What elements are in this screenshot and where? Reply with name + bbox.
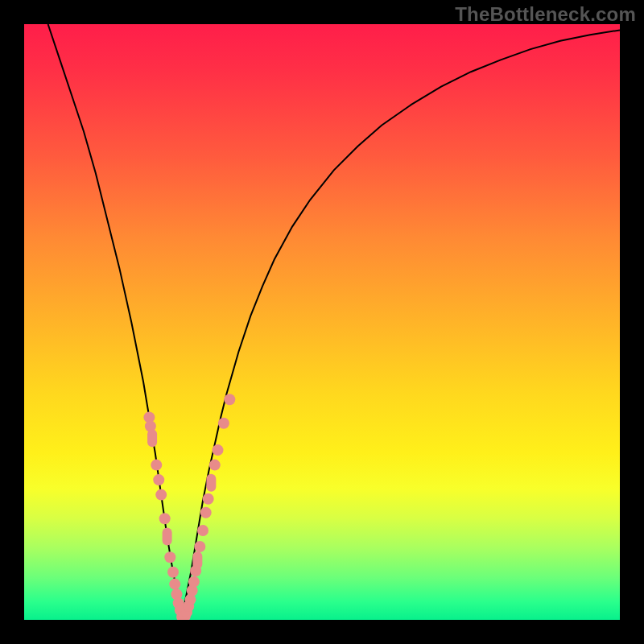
bottleneck-curve: [48, 24, 620, 617]
data-point: [159, 513, 171, 524]
data-point: [155, 489, 167, 501]
data-point: [200, 507, 212, 518]
data-point: [206, 474, 216, 492]
data-point: [163, 527, 172, 545]
data-point: [197, 525, 208, 536]
chart-svg: [24, 24, 620, 620]
data-point: [203, 493, 214, 505]
data-point: [188, 576, 200, 588]
data-point: [147, 429, 157, 447]
data-point: [153, 474, 164, 485]
data-point: [194, 541, 205, 552]
data-point: [213, 444, 224, 456]
chart-frame: TheBottleneck.com: [0, 0, 644, 644]
data-point: [167, 567, 179, 578]
data-point: [169, 579, 180, 590]
watermark-text: TheBottleneck.com: [455, 3, 636, 26]
data-points-group: [143, 394, 235, 620]
data-point: [224, 394, 235, 405]
data-point: [192, 551, 202, 569]
data-point: [164, 551, 175, 563]
plot-area: [24, 24, 620, 620]
data-point: [218, 418, 229, 429]
data-point: [209, 460, 221, 471]
data-point: [151, 460, 162, 471]
